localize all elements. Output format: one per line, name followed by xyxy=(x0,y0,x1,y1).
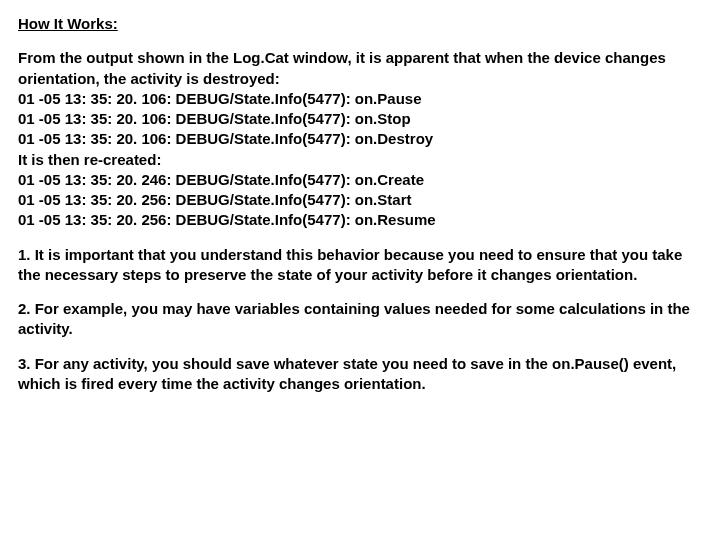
log-line: 01 -05 13: 35: 20. 106: DEBUG/State.Info… xyxy=(18,109,702,129)
log-line: 01 -05 13: 35: 20. 256: DEBUG/State.Info… xyxy=(18,210,702,230)
section-heading: How It Works: xyxy=(18,14,702,34)
log-line: 01 -05 13: 35: 20. 246: DEBUG/State.Info… xyxy=(18,170,702,190)
log-line: 01 -05 13: 35: 20. 106: DEBUG/State.Info… xyxy=(18,89,702,109)
point-1: 1. It is important that you understand t… xyxy=(18,245,702,286)
intro-block: From the output shown in the Log.Cat win… xyxy=(18,48,702,230)
point-2: 2. For example, you may have variables c… xyxy=(18,299,702,340)
document-page: How It Works: From the output shown in t… xyxy=(0,0,720,426)
point-3: 3. For any activity, you should save wha… xyxy=(18,354,702,395)
log-line: 01 -05 13: 35: 20. 256: DEBUG/State.Info… xyxy=(18,190,702,210)
mid-text: It is then re-created: xyxy=(18,151,161,168)
intro-text: From the output shown in the Log.Cat win… xyxy=(18,49,666,86)
log-line: 01 -05 13: 35: 20. 106: DEBUG/State.Info… xyxy=(18,129,702,149)
